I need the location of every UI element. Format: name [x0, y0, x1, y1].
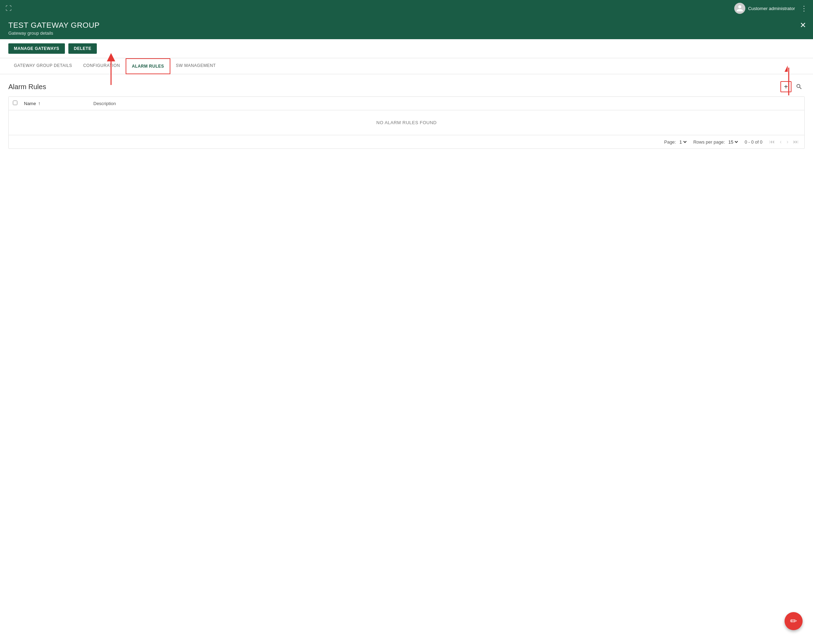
tab-sw-management[interactable]: SW MANAGEMENT	[170, 58, 221, 74]
add-alarm-rule-button[interactable]: +	[781, 81, 792, 92]
record-count: 0 - 0 of 0	[745, 139, 762, 145]
next-page-button[interactable]: ›	[785, 138, 790, 146]
tabs: GATEWAY GROUP DETAILS CONFIGURATION ALAR…	[0, 58, 813, 74]
more-icon[interactable]: ⋮	[801, 4, 807, 12]
column-description-header: Description	[94, 101, 800, 106]
prev-page-button[interactable]: ‹	[778, 138, 783, 146]
topbar: ⛶ Customer administrator ⋮	[0, 0, 813, 17]
nav-group: ⏮ ‹ › ⏭	[768, 138, 800, 146]
action-bar: MANAGE GATEWAYS DELETE	[0, 39, 813, 58]
page-select[interactable]: 1	[678, 139, 688, 145]
first-page-button[interactable]: ⏮	[768, 138, 776, 146]
tab-configuration[interactable]: CONFIGURATION	[78, 58, 126, 74]
search-button[interactable]	[793, 81, 805, 92]
section-title: Alarm Rules	[8, 83, 46, 91]
column-name-header: Name ↑	[24, 101, 94, 106]
expand-icon[interactable]: ⛶	[6, 5, 12, 12]
page-subtitle: Gateway group details	[8, 31, 805, 36]
pagination: Page: 1 Rows per page: 15 0 - 0 of 0 ⏮ ‹…	[9, 135, 804, 148]
select-all-checkbox[interactable]	[13, 101, 17, 105]
alarm-rules-table: Name ↑ Description NO ALARM RULES FOUND …	[8, 96, 805, 149]
empty-message: NO ALARM RULES FOUND	[9, 110, 804, 135]
content-area: Alarm Rules + Name ↑ Description NO AL	[0, 74, 813, 156]
page-label: Page:	[664, 139, 676, 145]
last-page-button[interactable]: ⏭	[792, 138, 800, 146]
rows-label: Rows per page:	[693, 139, 725, 145]
delete-button[interactable]: DELETE	[68, 43, 97, 54]
section-actions: +	[781, 81, 805, 92]
tab-alarm-rules[interactable]: ALARM RULES	[126, 58, 170, 74]
tab-gateway-group-details[interactable]: GATEWAY GROUP DETAILS	[8, 58, 78, 74]
rows-group: Rows per page: 15	[693, 139, 739, 145]
close-button[interactable]: ✕	[800, 21, 806, 30]
name-header-label: Name	[24, 101, 36, 106]
rows-select[interactable]: 15	[727, 139, 739, 145]
avatar	[734, 3, 746, 14]
sort-icon[interactable]: ↑	[38, 101, 41, 106]
user-info: Customer administrator ⋮	[734, 3, 807, 14]
section-header: Alarm Rules +	[8, 81, 805, 92]
page-group: Page: 1	[664, 139, 688, 145]
page-title: TEST GATEWAY GROUP	[8, 21, 805, 30]
page-header: TEST GATEWAY GROUP Gateway group details…	[0, 17, 813, 39]
username-label: Customer administrator	[748, 6, 795, 11]
manage-gateways-button[interactable]: MANAGE GATEWAYS	[8, 43, 65, 54]
table-header: Name ↑ Description	[9, 97, 804, 110]
